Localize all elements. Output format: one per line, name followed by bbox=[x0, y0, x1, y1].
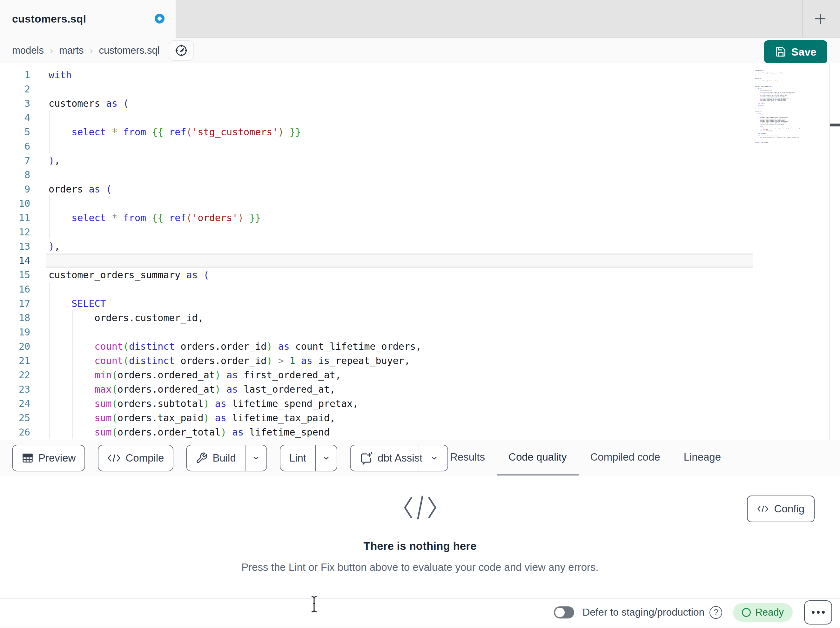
line-number: 1 bbox=[0, 68, 30, 82]
code-text: customers as ( bbox=[30, 96, 129, 111]
code-line[interactable]: 18 orders.customer_id, bbox=[0, 311, 840, 325]
file-tab-title: customers.sql bbox=[12, 13, 86, 25]
dbt-ide-window: customers.sql models › marts › customers… bbox=[0, 0, 840, 628]
action-bar-divider bbox=[418, 445, 419, 471]
action-buttons: Preview Compile Build bbox=[12, 440, 448, 476]
plus-icon bbox=[813, 11, 828, 26]
ide-status-badge[interactable]: Ready bbox=[733, 603, 793, 622]
code-line[interactable]: 10 bbox=[0, 196, 840, 210]
preview-button[interactable]: Preview bbox=[12, 445, 85, 471]
empty-state-subtitle: Press the Lint or Fix button above to ev… bbox=[242, 561, 598, 573]
code-text: count(distinct orders.order_id) as count… bbox=[30, 339, 422, 354]
tab-compiled-code[interactable]: Compiled code bbox=[579, 440, 672, 476]
code-text bbox=[30, 282, 54, 296]
line-number: 13 bbox=[0, 239, 30, 253]
breadcrumb-marts: marts bbox=[59, 45, 84, 56]
code-text: ), bbox=[30, 239, 60, 253]
breadcrumb-separator: › bbox=[90, 45, 93, 56]
code-line[interactable]: 1with bbox=[0, 68, 840, 82]
code-line[interactable]: 16 bbox=[0, 282, 840, 296]
build-menu-button[interactable] bbox=[245, 445, 267, 471]
more-options-button[interactable] bbox=[804, 600, 832, 625]
tab-code-quality[interactable]: Code quality bbox=[497, 440, 578, 476]
code-text: orders.customer_id, bbox=[30, 311, 204, 325]
code-editor[interactable]: 1with2 3customers as (4 5 select * from … bbox=[0, 63, 840, 440]
open-in-explorer-button[interactable] bbox=[169, 40, 194, 61]
file-tab-customers-sql[interactable]: customers.sql bbox=[0, 0, 175, 38]
code-line[interactable]: 3customers as ( bbox=[0, 96, 840, 111]
code-line[interactable]: 26 sum(orders.order_total) as lifetime_s… bbox=[0, 425, 840, 439]
dbt-assist-button[interactable]: dbt Assist bbox=[350, 445, 448, 471]
editor-action-bar: Preview Compile Build bbox=[0, 440, 840, 476]
save-button[interactable]: Save bbox=[764, 40, 827, 63]
build-button[interactable]: Build bbox=[186, 445, 267, 471]
code-text bbox=[30, 168, 54, 182]
compile-button[interactable]: Compile bbox=[98, 445, 174, 471]
tab-results[interactable]: Results bbox=[438, 440, 497, 476]
empty-state: There is nothing here Press the Lint or … bbox=[0, 476, 840, 573]
tab-lineage[interactable]: Lineage bbox=[672, 440, 733, 476]
defer-toggle[interactable] bbox=[554, 606, 574, 619]
code-line[interactable]: 17 SELECT bbox=[0, 296, 840, 311]
code-line[interactable]: 19 bbox=[0, 325, 840, 339]
line-number: 6 bbox=[0, 139, 30, 153]
code-text: sum(orders.order_total) as lifetime_spen… bbox=[30, 425, 330, 439]
line-number: 3 bbox=[0, 96, 30, 111]
line-number: 14 bbox=[0, 253, 30, 268]
new-tab-button[interactable] bbox=[806, 5, 835, 32]
dbt-assist-label: dbt Assist bbox=[377, 452, 422, 464]
code-line[interactable]: 6 bbox=[0, 139, 840, 153]
line-number: 8 bbox=[0, 168, 30, 182]
code-line[interactable]: 21 count(distinct orders.order_id) > 1 a… bbox=[0, 354, 840, 368]
code-text: sum(orders.subtotal) as lifetime_spend_p… bbox=[30, 396, 358, 411]
minimap[interactable]: with customers as ( select * from {{ ref… bbox=[755, 67, 829, 436]
breadcrumb-separator: › bbox=[50, 45, 53, 56]
line-number: 20 bbox=[0, 339, 30, 354]
code-line[interactable]: 9orders as ( bbox=[0, 182, 840, 196]
line-number: 10 bbox=[0, 196, 30, 210]
chevron-down-icon bbox=[322, 454, 331, 462]
line-number: 4 bbox=[0, 111, 30, 125]
code-line[interactable]: 20 count(distinct orders.order_id) as co… bbox=[0, 339, 840, 354]
code-line[interactable]: 24 sum(orders.subtotal) as lifetime_spen… bbox=[0, 396, 840, 411]
code-icon bbox=[757, 505, 769, 513]
config-button[interactable]: Config bbox=[747, 495, 815, 522]
line-number: 16 bbox=[0, 282, 30, 296]
save-button-label: Save bbox=[791, 46, 816, 58]
help-icon[interactable]: ? bbox=[709, 606, 722, 619]
code-line[interactable]: 14 bbox=[0, 253, 840, 268]
code-line[interactable]: 8 bbox=[0, 168, 840, 182]
code-line[interactable]: 15customer_orders_summary as ( bbox=[0, 268, 840, 282]
compile-label: Compile bbox=[125, 452, 164, 464]
code-line[interactable]: 13), bbox=[0, 239, 840, 253]
code-text bbox=[30, 225, 54, 239]
breadcrumb-file: customers.sql bbox=[99, 45, 159, 56]
editor-scrollbar-marker[interactable] bbox=[830, 123, 840, 127]
preview-label: Preview bbox=[38, 452, 76, 464]
code-line[interactable]: 5 select * from {{ ref('stg_customers') … bbox=[0, 125, 840, 139]
code-line[interactable]: 7), bbox=[0, 153, 840, 168]
code-icon bbox=[107, 453, 121, 463]
line-number: 24 bbox=[0, 396, 30, 411]
mouse-cursor-ibeam bbox=[309, 595, 319, 613]
breadcrumb-row: models › marts › customers.sql Save bbox=[0, 38, 840, 63]
code-line[interactable]: 23 max(orders.ordered_at) as last_ordere… bbox=[0, 382, 840, 396]
code-line[interactable]: 25 sum(orders.tax_paid) as lifetime_tax_… bbox=[0, 411, 840, 425]
code-lines[interactable]: 1with2 3customers as (4 5 select * from … bbox=[0, 68, 840, 439]
code-line[interactable]: 2 bbox=[0, 82, 840, 96]
line-number: 2 bbox=[0, 82, 30, 96]
code-text: with bbox=[30, 68, 71, 82]
wrench-icon bbox=[196, 452, 208, 464]
code-line[interactable]: 4 bbox=[0, 111, 840, 125]
line-number: 9 bbox=[0, 182, 30, 196]
lint-menu-button[interactable] bbox=[315, 445, 336, 471]
code-line[interactable]: 11 select * from {{ ref('orders') }} bbox=[0, 210, 840, 225]
line-number: 18 bbox=[0, 311, 30, 325]
code-line[interactable]: 22 min(orders.ordered_at) as first_order… bbox=[0, 368, 840, 382]
toggle-knob bbox=[555, 607, 565, 617]
code-text: SELECT bbox=[30, 296, 106, 311]
code-line[interactable]: 12 bbox=[0, 225, 840, 239]
code-text bbox=[30, 82, 54, 96]
lint-button[interactable]: Lint bbox=[280, 445, 337, 471]
line-number: 21 bbox=[0, 354, 30, 368]
